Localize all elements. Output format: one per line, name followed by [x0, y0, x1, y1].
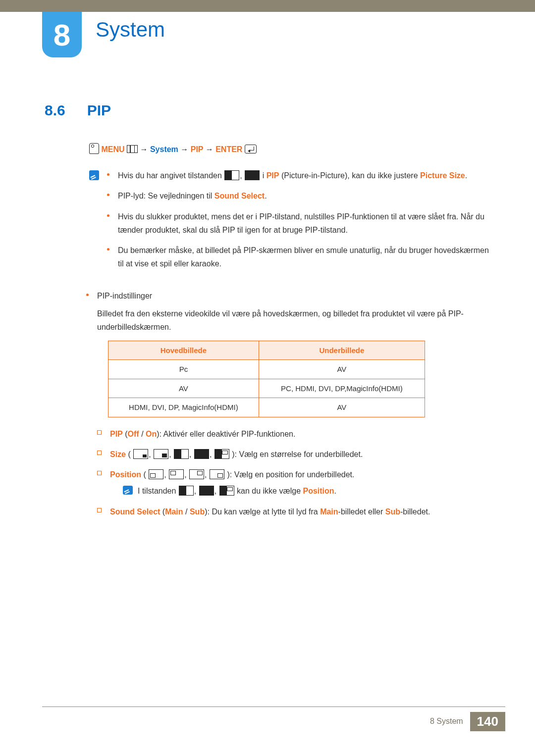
- size-half-icon: [174, 449, 189, 459]
- opt-pip-off: Off: [128, 430, 139, 438]
- opt-pos-text: : Vælg en position for underbilledet.: [230, 470, 355, 479]
- opt-pip-key: PIP: [110, 430, 123, 438]
- cell-r1c1: Pc: [108, 360, 259, 379]
- pos-tr-icon: [189, 469, 204, 479]
- settings-title: PIP-indstillinger: [97, 289, 495, 302]
- note-block: Hvis du har angivet tilstanden , i PIP (…: [89, 169, 495, 277]
- section-heading: 8.6 PIP: [45, 102, 535, 119]
- nav-arrow-1: →: [140, 145, 150, 153]
- opt-pip-text: : Aktivér eller deaktivér PIP-funktionen…: [160, 430, 296, 438]
- note-icon: [89, 170, 99, 180]
- page-number: 140: [470, 712, 505, 731]
- menu-icon: [127, 145, 138, 153]
- cell-r2c1: AV: [108, 379, 259, 398]
- chapter-title: System: [96, 18, 165, 42]
- position-note: I tilstanden , , kan du ikke vælge Posit…: [123, 484, 495, 498]
- settings-desc: Billedet fra den eksterne videokilde vil…: [97, 307, 495, 334]
- remote-icon: [89, 143, 99, 154]
- note-item-1: Hvis du har angivet tilstanden , i PIP (…: [107, 169, 495, 182]
- opt-sound: Sound Select (Main / Sub): Du kan vælge …: [97, 505, 495, 518]
- note1-b: i: [263, 171, 267, 180]
- note1-picsize: Picture Size: [420, 171, 465, 180]
- opt-pip: PIP (Off / On): Aktivér eller deaktivér …: [97, 427, 495, 441]
- nav-system: System: [150, 145, 178, 153]
- note1-pip: PIP: [267, 171, 279, 180]
- pos-br-icon: [210, 469, 224, 479]
- opt-position: Position ( , , , ): Vælg en position for…: [97, 468, 495, 498]
- opt-sound-t3: -billedet.: [400, 507, 430, 516]
- chapter-header: 8 System: [0, 12, 535, 57]
- cell-r3c2: AV: [259, 398, 425, 417]
- footer: 8 System 140: [0, 706, 535, 745]
- pip-layout-half-icon: [224, 170, 239, 180]
- opt-size-key: Size: [110, 450, 126, 458]
- posnote-pos: Position: [303, 487, 334, 495]
- note2-a: PIP-lyd: Se vejledningen til: [118, 192, 214, 200]
- note1-f: .: [465, 171, 467, 180]
- size-pip-icon: [214, 449, 229, 459]
- table-row: AV PC, HDMI, DVI, DP,MagicInfo(HDMI): [108, 379, 425, 398]
- nav-enter: ENTER: [215, 145, 242, 153]
- opt-pos-key: Position: [110, 470, 141, 479]
- cell-r2c2: PC, HDMI, DVI, DP,MagicInfo(HDMI): [259, 379, 425, 398]
- opt-sound-main: Main: [165, 507, 183, 516]
- footer-text: 8 System: [430, 717, 463, 726]
- opt-size: Size ( , , , , ): Vælg en størrelse for …: [97, 448, 495, 461]
- nav-arrow-2: →: [180, 145, 190, 153]
- pos-tl-icon: [169, 469, 184, 479]
- opt-size-text: : Vælg en størrelse for underbilledet.: [235, 450, 363, 458]
- nav-menu: MENU: [101, 145, 124, 153]
- opt-sound-sub2: Sub: [385, 507, 400, 516]
- size-full-icon: [194, 449, 209, 459]
- top-bar: [0, 0, 535, 12]
- note2-ss: Sound Select: [214, 192, 265, 200]
- pos-bl-icon: [149, 469, 163, 479]
- table-row: Pc AV: [108, 360, 425, 379]
- menu-path: MENU → System → PIP → ENTER: [89, 143, 495, 156]
- opt-sound-key: Sound Select: [110, 507, 160, 516]
- posnote-d: .: [334, 487, 336, 495]
- note-item-2: PIP-lyd: Se vejledningen til Sound Selec…: [107, 189, 495, 202]
- source-table: Hovedbillede Underbillede Pc AV AV PC, H…: [108, 341, 425, 417]
- posnote-b: kan du ikke vælge: [237, 487, 303, 495]
- table-row: HDMI, DVI, DP, MagicInfo(HDMI) AV: [108, 398, 425, 417]
- note-icon: [123, 486, 133, 495]
- note2-c: .: [265, 192, 267, 200]
- th-main: Hovedbillede: [108, 341, 259, 360]
- opt-sound-t2: -billedet eller: [338, 507, 385, 516]
- th-sub: Underbillede: [259, 341, 425, 360]
- cell-r3c1: HDMI, DVI, DP, MagicInfo(HDMI): [108, 398, 259, 417]
- section-number: 8.6: [45, 102, 65, 119]
- size-pip-icon: [219, 486, 234, 496]
- opt-pip-on: On: [146, 430, 157, 438]
- note-item-4: Du bemærker måske, at billedet på PIP-sk…: [107, 244, 495, 270]
- cell-r1c2: AV: [259, 360, 425, 379]
- enter-icon: [245, 145, 257, 153]
- size-small-icon: [133, 449, 148, 459]
- note-item-3: Hvis du slukker produktet, mens det er i…: [107, 210, 495, 237]
- size-half-icon: [179, 486, 194, 496]
- nav-arrow-3: →: [206, 145, 215, 153]
- nav-pip: PIP: [191, 145, 204, 153]
- pip-layout-full-icon: [245, 170, 260, 180]
- size-medium-icon: [154, 449, 168, 459]
- note1-a: Hvis du har angivet tilstanden: [118, 171, 224, 180]
- posnote-a: I tilstanden: [138, 487, 178, 495]
- settings-block: PIP-indstillinger Billedet fra den ekste…: [86, 289, 495, 518]
- opt-sound-sub: Sub: [190, 507, 205, 516]
- opt-sound-t1: : Du kan vælge at lytte til lyd fra: [207, 507, 320, 516]
- chapter-number-tab: 8: [42, 12, 82, 57]
- size-full-icon: [199, 486, 214, 496]
- note1-d: (Picture-in-Picture), kan du ikke juster…: [281, 171, 420, 180]
- section-title: PIP: [87, 102, 111, 119]
- opt-sound-main2: Main: [320, 507, 338, 516]
